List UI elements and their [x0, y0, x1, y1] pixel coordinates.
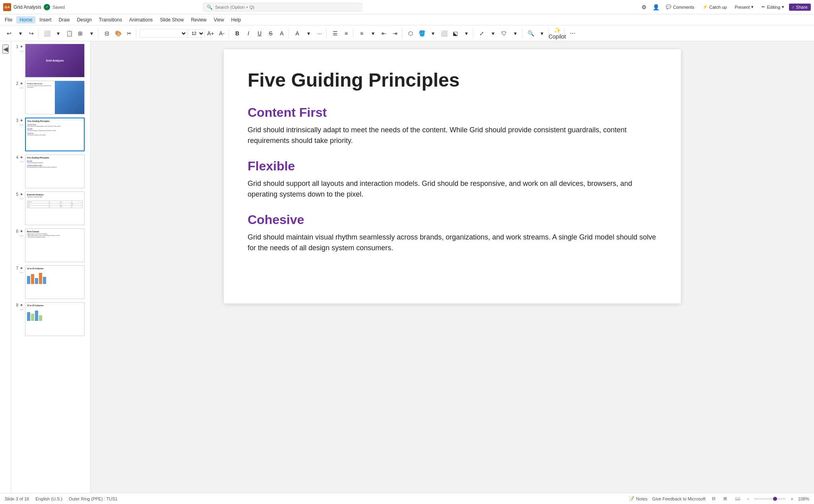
slides-panel[interactable]: 1 ★ ⋯ Grid Analysis 2 ★ ⋯ Problem Statem… — [11, 41, 91, 493]
notes-icon: 📝 — [629, 496, 634, 501]
more-tools-button[interactable]: ⋯ — [568, 28, 578, 39]
copilot-button[interactable]: ✨ Copilot — [552, 28, 562, 39]
shape-fill-button[interactable]: 🪣 — [417, 28, 427, 39]
share-button[interactable]: ↑ Share — [789, 4, 811, 11]
toolbar-list-group: ☰ ≡ — [328, 28, 353, 39]
menu-review[interactable]: Review — [188, 16, 209, 23]
slide-thumbnail[interactable]: Five Guiding Principles Content First Gr… — [25, 118, 85, 151]
menu-draw[interactable]: Draw — [55, 16, 73, 23]
search-bar[interactable]: 🔍 — [203, 3, 362, 12]
slide-item-active[interactable]: 3 ★ ⋯ Five Guiding Principles Content Fi… — [13, 117, 89, 152]
slide-item[interactable]: 7 ★ ⋯ 12 to 24 Columns — [13, 265, 89, 300]
bold-button[interactable]: B — [232, 28, 242, 39]
decrease-font-button[interactable]: A- — [217, 28, 227, 39]
zoom-slider[interactable] — [754, 498, 786, 500]
undo-button[interactable]: ↩ — [4, 28, 14, 39]
underline-button[interactable]: U — [254, 28, 265, 39]
numbered-list-button[interactable]: ≡ — [341, 28, 351, 39]
toolbar-layout-group: ⊟ 🎨 ✂ — [100, 28, 136, 39]
principle-body-3: Grid should maintain visual rhythm seaml… — [248, 232, 657, 253]
layout-button[interactable]: ⊟ — [102, 28, 112, 39]
slide-item[interactable]: 1 ★ ⋯ Grid Analysis — [13, 43, 89, 78]
font-size-select[interactable]: 12 — [188, 29, 205, 38]
arrange-button[interactable]: ⬕ — [450, 28, 460, 39]
sensitivity-dropdown[interactable]: ▾ — [510, 28, 520, 39]
increase-font-button[interactable]: A+ — [205, 28, 216, 39]
clipboard-dropdown[interactable]: ▾ — [53, 28, 63, 39]
slide-thumbnail[interactable]: 12 to 24 Columns — [25, 265, 85, 299]
zoom-decrease-icon[interactable]: − — [747, 496, 749, 501]
slide-canvas[interactable]: Five Guiding Principles Content First Gr… — [224, 49, 681, 303]
menu-home[interactable]: Home — [16, 16, 35, 23]
arrange-dropdown[interactable]: ▾ — [461, 28, 471, 39]
comments-button[interactable]: 💬 Comments — [663, 3, 697, 11]
sensitivity-button[interactable]: 🛡 — [499, 28, 509, 39]
crop-button[interactable]: ✂ — [124, 28, 134, 39]
menu-help[interactable]: Help — [228, 16, 244, 23]
font-color-dropdown[interactable]: ▾ — [303, 28, 314, 39]
undo-dropdown-button[interactable]: ▾ — [15, 28, 25, 39]
font-family-select[interactable] — [140, 29, 187, 38]
catch-up-button[interactable]: ⚡ Catch up — [699, 3, 730, 11]
slide-thumbnail[interactable]: Root Causes • Any number of columns is c… — [25, 228, 85, 262]
slide-item[interactable]: 6 ★ ⋯ Root Causes • Any number of column… — [13, 228, 89, 263]
principle-heading-3: Cohesive — [248, 212, 657, 227]
zoom-level[interactable]: 108% — [798, 496, 809, 501]
indent-increase-button[interactable]: ⇥ — [390, 28, 400, 39]
strikethrough-button[interactable]: S — [266, 28, 276, 39]
new-slide-button[interactable]: ⊞ — [75, 28, 85, 39]
bullet-list-button[interactable]: ☰ — [330, 28, 340, 39]
editing-chevron-icon: ▾ — [782, 4, 784, 10]
verified-badge: ✓ — [44, 4, 50, 10]
select-dropdown[interactable]: ▾ — [488, 28, 498, 39]
align-dropdown[interactable]: ▾ — [368, 28, 378, 39]
menu-insert[interactable]: Insert — [36, 16, 54, 23]
search-input[interactable] — [215, 5, 359, 10]
paste-button[interactable]: 📋 — [64, 28, 74, 39]
align-button[interactable]: ≡ — [357, 28, 367, 39]
zoom-increase-icon[interactable]: + — [791, 496, 793, 501]
slide-item[interactable]: 4 ★ ⋯ Five Guiding Principles Flexible G… — [13, 154, 89, 189]
slide-thumbnail[interactable]: 12 to 24 Columns — [25, 302, 85, 336]
reading-view-button[interactable]: 📖 — [733, 495, 742, 502]
slide-thumbnail[interactable]: External Analysis Competitor comparison … — [25, 191, 85, 225]
feedback-link[interactable]: Give Feedback to Microsoft — [652, 496, 705, 501]
italic-button[interactable]: I — [243, 28, 254, 39]
account-button[interactable]: 👤 — [651, 2, 661, 12]
copy-button[interactable]: ⬜ — [42, 28, 52, 39]
slide-thumb-content: Grid Analysis — [25, 44, 84, 77]
text-shadow-button[interactable]: A — [277, 28, 287, 39]
select-button[interactable]: ⤢ — [477, 28, 487, 39]
toggle-panel-button[interactable]: ◀ — [2, 44, 9, 54]
shape-fill-dropdown[interactable]: ▾ — [428, 28, 438, 39]
menu-view[interactable]: View — [211, 16, 227, 23]
redo-button[interactable]: ↪ — [26, 28, 37, 39]
present-button[interactable]: Present ▾ — [732, 3, 757, 11]
slide-item[interactable]: 8 ★ ⋯ 12 to 24 Columns — [13, 301, 89, 337]
new-slide-dropdown[interactable]: ▾ — [86, 28, 97, 39]
editing-button[interactable]: ✏ Editing ▾ — [758, 3, 787, 11]
design-button[interactable]: 🎨 — [113, 28, 123, 39]
notes-button[interactable]: 📝 Notes — [629, 496, 647, 501]
menu-animations[interactable]: Animations — [126, 16, 156, 23]
slide-thumbnail[interactable]: Grid Analysis — [25, 44, 85, 77]
menu-slideshow[interactable]: Slide Show — [157, 16, 187, 23]
menu-file[interactable]: File — [2, 16, 16, 23]
font-color-button[interactable]: A — [292, 28, 302, 39]
slide-item[interactable]: 5 ★ ⋯ External Analysis Competitor compa… — [13, 191, 89, 226]
menu-transitions[interactable]: Transitions — [96, 16, 125, 23]
more-options-button[interactable]: ··· — [314, 28, 325, 39]
settings-button[interactable]: ⚙ — [639, 2, 649, 12]
slide-sorter-button[interactable]: ⊞ — [722, 495, 729, 502]
slide-thumbnail[interactable]: Problem Statements Content describing th… — [25, 81, 85, 114]
indent-decrease-button[interactable]: ⇤ — [379, 28, 389, 39]
zoom-thumb[interactable] — [773, 497, 777, 501]
zoom-dropdown[interactable]: ▾ — [537, 28, 547, 39]
slide-item[interactable]: 2 ★ ⋯ Problem Statements Content describ… — [13, 80, 89, 115]
shape-outline-button[interactable]: ⬜ — [439, 28, 449, 39]
slide-thumbnail[interactable]: Five Guiding Principles Flexible Grid sh… — [25, 154, 85, 188]
menu-design[interactable]: Design — [74, 16, 95, 23]
normal-view-button[interactable]: ⊟ — [710, 495, 717, 502]
zoom-button[interactable]: 🔍 — [525, 28, 536, 39]
shapes-button[interactable]: ⬡ — [405, 28, 416, 39]
